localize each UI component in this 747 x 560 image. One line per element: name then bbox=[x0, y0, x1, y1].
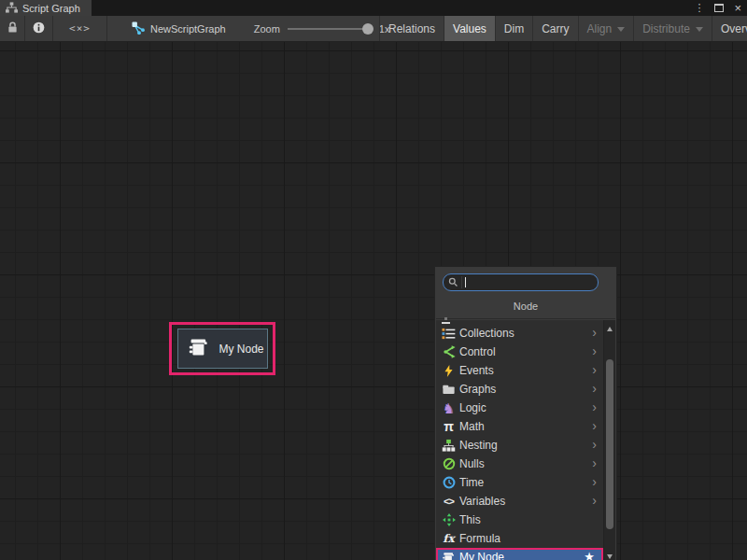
lock-icon bbox=[7, 21, 18, 35]
close-icon[interactable]: × bbox=[734, 2, 741, 14]
menu-dots-icon[interactable]: ⋮ bbox=[694, 3, 704, 13]
chevron-right-icon: › bbox=[592, 455, 597, 470]
zoom-slider-handle[interactable] bbox=[362, 23, 374, 35]
chevron-right-icon: › bbox=[592, 381, 597, 396]
clock-icon bbox=[441, 475, 457, 490]
finder-item-events[interactable]: Events › bbox=[436, 361, 603, 380]
folder-icon bbox=[441, 382, 457, 397]
chevron-right-icon: › bbox=[592, 493, 597, 508]
graph-name: NewScriptGraph bbox=[150, 23, 226, 35]
finder-item-nulls[interactable]: Nulls › bbox=[436, 455, 603, 473]
finder-item-logic[interactable]: ♞ Logic › bbox=[436, 399, 603, 417]
scroll-down-icon[interactable] bbox=[607, 554, 613, 560]
pi-icon: π bbox=[441, 419, 457, 434]
formula-icon: fx bbox=[441, 531, 457, 546]
align-dropdown: Align bbox=[578, 16, 634, 42]
code-icon: <×> bbox=[69, 22, 91, 35]
graph-node-my-node[interactable]: My Node bbox=[177, 329, 268, 369]
chevron-right-icon: › bbox=[592, 343, 597, 358]
nesting-icon bbox=[441, 438, 457, 453]
finder-scrollbar[interactable] bbox=[603, 320, 615, 560]
finder-item-this[interactable]: This bbox=[436, 511, 603, 529]
graph-canvas[interactable]: My Node Node bbox=[0, 42, 747, 560]
fuzzy-finder-popup: Node Collections bbox=[434, 266, 617, 560]
values-button[interactable]: Values bbox=[444, 16, 495, 42]
tab-script-graph[interactable]: Script Graph bbox=[0, 0, 92, 16]
favorite-star-icon[interactable]: ★ bbox=[584, 550, 595, 560]
relations-button[interactable]: Relations bbox=[379, 16, 444, 42]
info-icon bbox=[33, 21, 45, 35]
finder-header: Node bbox=[435, 301, 616, 312]
unit-node-icon bbox=[187, 336, 211, 362]
finder-results-list: Collections › Control › bbox=[436, 320, 615, 560]
tab-title: Script Graph bbox=[22, 3, 80, 14]
collections-icon bbox=[441, 326, 457, 341]
overview-button[interactable]: Overview bbox=[712, 16, 747, 42]
search-icon bbox=[446, 276, 462, 288]
toolbar-button-group: Relations Values Dim Carry Align Distrib… bbox=[379, 16, 747, 42]
chevron-right-icon: › bbox=[592, 437, 597, 452]
script-graph-window: Script Graph ⋮ × bbox=[0, 0, 747, 560]
finder-item-time[interactable]: Time › bbox=[436, 473, 603, 492]
finder-item-formula[interactable]: fx Formula bbox=[436, 529, 603, 548]
finder-item-collections[interactable]: Collections › bbox=[436, 324, 603, 343]
graph-icon bbox=[132, 21, 145, 36]
scrollbar-thumb[interactable] bbox=[606, 359, 613, 529]
finder-search-input[interactable] bbox=[466, 277, 595, 288]
finder-item-graphs[interactable]: Graphs › bbox=[436, 380, 603, 399]
code-preview-button[interactable]: <×> bbox=[53, 16, 107, 42]
chevron-right-icon: › bbox=[592, 474, 597, 489]
chevron-right-icon: › bbox=[592, 325, 597, 340]
finder-divider bbox=[436, 317, 615, 319]
chevron-right-icon: › bbox=[592, 362, 597, 377]
node-selection-outline: My Node bbox=[169, 322, 275, 375]
chevron-down-icon bbox=[696, 27, 703, 35]
maximize-icon[interactable] bbox=[714, 4, 724, 12]
zoom-label: Zoom bbox=[254, 23, 280, 35]
chevron-right-icon: › bbox=[592, 399, 597, 414]
finder-item-control[interactable]: Control › bbox=[436, 343, 603, 361]
finder-search-box[interactable] bbox=[443, 273, 599, 291]
chevron-down-icon bbox=[617, 27, 625, 35]
angle-brackets-icon: <> bbox=[441, 494, 457, 509]
control-icon bbox=[441, 344, 457, 359]
finder-item-variables[interactable]: <> Variables › bbox=[436, 492, 603, 511]
zoom-control: Zoom 1x bbox=[254, 23, 390, 35]
distribute-dropdown: Distribute bbox=[633, 16, 712, 42]
null-icon bbox=[441, 456, 457, 471]
node-label: My Node bbox=[219, 343, 264, 356]
lightning-icon bbox=[441, 363, 457, 378]
window-titlebar: Script Graph ⋮ × bbox=[0, 0, 747, 16]
zoom-slider[interactable] bbox=[288, 28, 372, 30]
sitemap-icon bbox=[6, 2, 18, 15]
unit-node-icon bbox=[441, 550, 457, 560]
finder-item-nesting[interactable]: Nesting › bbox=[436, 436, 603, 455]
this-icon bbox=[441, 512, 457, 527]
carry-button[interactable]: Carry bbox=[532, 16, 577, 42]
scroll-up-icon[interactable] bbox=[607, 324, 613, 331]
graph-breadcrumb[interactable]: NewScriptGraph bbox=[132, 21, 226, 36]
graph-toolbar: <×> NewScriptGraph Zoom 1x Relations bbox=[0, 16, 747, 42]
knight-icon: ♞ bbox=[441, 400, 457, 415]
lock-button[interactable] bbox=[0, 16, 25, 42]
dim-button[interactable]: Dim bbox=[495, 16, 532, 42]
chevron-right-icon: › bbox=[592, 418, 597, 433]
finder-item-my-node[interactable]: My Node ★ bbox=[436, 548, 603, 560]
finder-item-math[interactable]: π Math › bbox=[436, 417, 603, 436]
info-button[interactable] bbox=[25, 16, 53, 42]
